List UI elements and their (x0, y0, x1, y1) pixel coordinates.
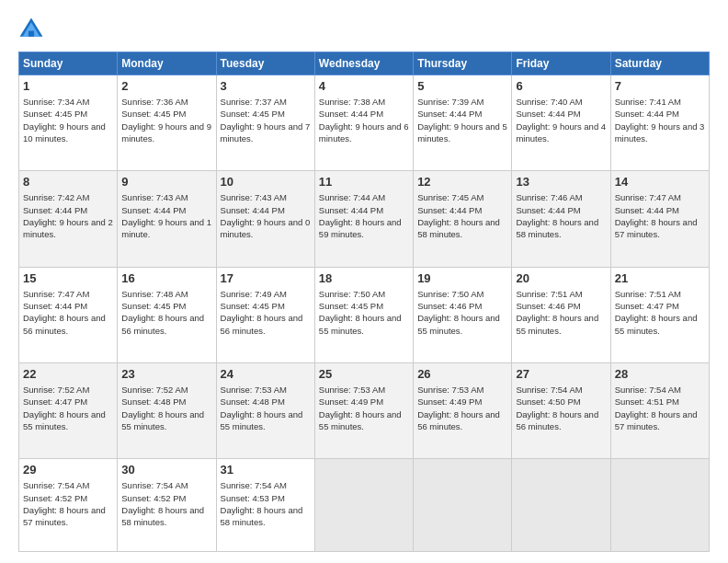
calendar-day-10: 10Sunrise: 7:43 AMSunset: 4:44 PMDayligh… (216, 171, 314, 267)
day-number: 5 (417, 78, 507, 95)
calendar-day-17: 17Sunrise: 7:49 AMSunset: 4:45 PMDayligh… (216, 267, 314, 362)
calendar-day-25: 25Sunrise: 7:53 AMSunset: 4:49 PMDayligh… (314, 362, 413, 458)
day-number: 27 (516, 366, 606, 383)
day-number: 19 (417, 270, 507, 287)
day-number: 18 (319, 270, 409, 287)
calendar-day-8: 8Sunrise: 7:42 AMSunset: 4:44 PMDaylight… (19, 171, 118, 267)
calendar-day-5: 5Sunrise: 7:39 AMSunset: 4:44 PMDaylight… (414, 75, 512, 171)
calendar-day-20: 20Sunrise: 7:51 AMSunset: 4:46 PMDayligh… (512, 267, 610, 362)
day-number: 30 (121, 462, 211, 478)
calendar-day-30: 30Sunrise: 7:54 AMSunset: 4:52 PMDayligh… (118, 459, 216, 552)
calendar-week-2: 8Sunrise: 7:42 AMSunset: 4:44 PMDaylight… (19, 171, 710, 267)
calendar-day-6: 6Sunrise: 7:40 AMSunset: 4:44 PMDaylight… (512, 75, 610, 171)
day-number: 23 (121, 366, 211, 383)
calendar-day-14: 14Sunrise: 7:47 AMSunset: 4:44 PMDayligh… (610, 171, 709, 267)
day-number: 7 (615, 78, 705, 95)
calendar-day-13: 13Sunrise: 7:46 AMSunset: 4:44 PMDayligh… (512, 171, 610, 267)
empty-cell (512, 459, 610, 552)
day-number: 14 (615, 174, 705, 190)
col-header-wednesday: Wednesday (314, 52, 413, 75)
day-number: 11 (319, 174, 409, 190)
calendar-day-26: 26Sunrise: 7:53 AMSunset: 4:49 PMDayligh… (414, 362, 512, 458)
calendar-week-4: 22Sunrise: 7:52 AMSunset: 4:47 PMDayligh… (19, 362, 710, 458)
col-header-thursday: Thursday (414, 52, 512, 75)
day-number: 29 (23, 462, 113, 478)
day-number: 17 (221, 270, 311, 287)
day-number: 12 (417, 174, 507, 190)
col-header-sunday: Sunday (19, 52, 118, 75)
calendar-week-5: 29Sunrise: 7:54 AMSunset: 4:52 PMDayligh… (19, 459, 710, 552)
day-number: 2 (121, 78, 211, 95)
day-number: 15 (23, 270, 113, 287)
calendar-day-7: 7Sunrise: 7:41 AMSunset: 4:44 PMDaylight… (610, 75, 709, 171)
calendar-table: SundayMondayTuesdayWednesdayThursdayFrid… (18, 52, 710, 552)
day-number: 21 (615, 270, 705, 287)
calendar-day-18: 18Sunrise: 7:50 AMSunset: 4:45 PMDayligh… (314, 267, 413, 362)
calendar-day-21: 21Sunrise: 7:51 AMSunset: 4:47 PMDayligh… (610, 267, 709, 362)
svg-rect-2 (28, 31, 34, 37)
col-header-tuesday: Tuesday (216, 52, 314, 75)
day-number: 13 (516, 174, 606, 190)
empty-cell (314, 459, 413, 552)
calendar-day-29: 29Sunrise: 7:54 AMSunset: 4:52 PMDayligh… (19, 459, 118, 552)
day-number: 4 (319, 78, 409, 95)
logo (18, 17, 48, 42)
calendar-day-4: 4Sunrise: 7:38 AMSunset: 4:44 PMDaylight… (314, 75, 413, 171)
calendar-header-row: SundayMondayTuesdayWednesdayThursdayFrid… (19, 52, 710, 75)
calendar-day-16: 16Sunrise: 7:48 AMSunset: 4:45 PMDayligh… (118, 267, 216, 362)
day-number: 3 (221, 78, 311, 95)
calendar-day-2: 2Sunrise: 7:36 AMSunset: 4:45 PMDaylight… (118, 75, 216, 171)
empty-cell (414, 459, 512, 552)
col-header-friday: Friday (512, 52, 610, 75)
calendar-day-28: 28Sunrise: 7:54 AMSunset: 4:51 PMDayligh… (610, 362, 709, 458)
calendar-day-23: 23Sunrise: 7:52 AMSunset: 4:48 PMDayligh… (118, 362, 216, 458)
calendar-day-15: 15Sunrise: 7:47 AMSunset: 4:44 PMDayligh… (19, 267, 118, 362)
day-number: 9 (121, 174, 211, 190)
calendar-day-9: 9Sunrise: 7:43 AMSunset: 4:44 PMDaylight… (118, 171, 216, 267)
empty-cell (610, 459, 709, 552)
day-number: 26 (417, 366, 507, 383)
day-number: 20 (516, 270, 606, 287)
col-header-monday: Monday (118, 52, 216, 75)
calendar-day-31: 31Sunrise: 7:54 AMSunset: 4:53 PMDayligh… (216, 459, 314, 552)
calendar-day-27: 27Sunrise: 7:54 AMSunset: 4:50 PMDayligh… (512, 362, 610, 458)
calendar-day-1: 1Sunrise: 7:34 AMSunset: 4:45 PMDaylight… (19, 75, 118, 171)
calendar-week-1: 1Sunrise: 7:34 AMSunset: 4:45 PMDaylight… (19, 75, 710, 171)
day-number: 8 (23, 174, 113, 190)
day-number: 31 (221, 462, 311, 478)
page: SundayMondayTuesdayWednesdayThursdayFrid… (0, 0, 728, 563)
calendar-week-3: 15Sunrise: 7:47 AMSunset: 4:44 PMDayligh… (19, 267, 710, 362)
calendar-day-19: 19Sunrise: 7:50 AMSunset: 4:46 PMDayligh… (414, 267, 512, 362)
day-number: 25 (319, 366, 409, 383)
logo-icon (18, 17, 44, 42)
day-number: 1 (23, 78, 113, 95)
day-number: 16 (121, 270, 211, 287)
day-number: 28 (615, 366, 705, 383)
calendar-day-11: 11Sunrise: 7:44 AMSunset: 4:44 PMDayligh… (314, 171, 413, 267)
day-number: 24 (221, 366, 311, 383)
calendar-day-12: 12Sunrise: 7:45 AMSunset: 4:44 PMDayligh… (414, 171, 512, 267)
day-number: 10 (221, 174, 311, 190)
calendar-day-24: 24Sunrise: 7:53 AMSunset: 4:48 PMDayligh… (216, 362, 314, 458)
day-number: 22 (23, 366, 113, 383)
calendar-day-22: 22Sunrise: 7:52 AMSunset: 4:47 PMDayligh… (19, 362, 118, 458)
calendar-day-3: 3Sunrise: 7:37 AMSunset: 4:45 PMDaylight… (216, 75, 314, 171)
day-number: 6 (516, 78, 606, 95)
header (18, 17, 710, 42)
col-header-saturday: Saturday (610, 52, 709, 75)
